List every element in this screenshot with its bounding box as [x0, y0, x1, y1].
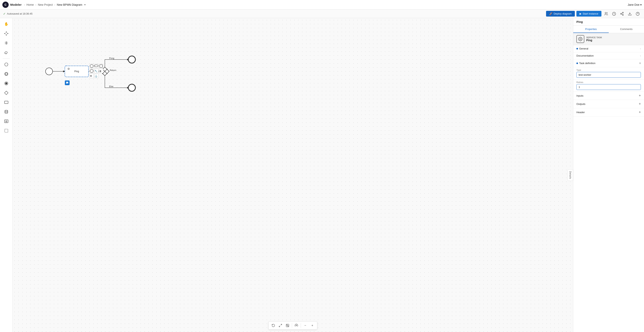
- documentation-label: Documentation: [576, 54, 640, 57]
- svg-rect-24: [4, 129, 8, 133]
- inputs-add-btn[interactable]: +: [639, 94, 641, 98]
- canvas-area[interactable]: ⚙ Ping Pong Return Else: [12, 18, 573, 332]
- data-store-tool[interactable]: [2, 107, 11, 116]
- left-toolbar: ✋: [0, 18, 12, 332]
- autosave-status: ✓ Autosaved at 18:36:45: [3, 12, 32, 16]
- collaborators-button[interactable]: [603, 11, 609, 17]
- svg-point-27: [46, 68, 52, 75]
- svg-line-5: [621, 14, 622, 15]
- header-label: Header: [576, 111, 639, 114]
- svg-text:Else: Else: [109, 85, 113, 88]
- section-outputs[interactable]: Outputs +: [573, 100, 644, 108]
- section-documentation[interactable]: Documentation ›: [573, 52, 644, 59]
- app-brand: Modeler: [10, 3, 22, 6]
- sep3: ›: [54, 3, 55, 6]
- topbar-right: Jane Doe ▾: [628, 3, 642, 6]
- zoom-out-button[interactable]: −: [302, 322, 308, 329]
- tab-comments[interactable]: Comments: [609, 26, 644, 33]
- details-tab[interactable]: Details: [568, 169, 573, 181]
- outputs-add-btn[interactable]: +: [639, 102, 641, 106]
- bpmn-diagram: ⚙ Ping Pong Return Else: [12, 18, 573, 332]
- end-event-tool[interactable]: [2, 79, 11, 88]
- section-inputs[interactable]: Inputs +: [573, 92, 644, 100]
- task-tool[interactable]: [2, 98, 11, 107]
- svg-text:Ping: Ping: [74, 70, 79, 73]
- panel-title: Ping: [573, 18, 644, 26]
- gateway-tool[interactable]: [2, 89, 11, 97]
- subprocess-tool[interactable]: [2, 117, 11, 126]
- task-type-label: SERVICE TASK: [586, 36, 602, 39]
- outputs-label: Outputs: [576, 103, 639, 106]
- svg-marker-19: [4, 91, 8, 95]
- reset-view-button[interactable]: [270, 322, 276, 329]
- align-tool-button[interactable]: [2, 39, 11, 47]
- start-event-tool[interactable]: [2, 60, 11, 69]
- svg-point-18: [5, 82, 7, 84]
- svg-point-3: [620, 13, 622, 14]
- breadcrumb-diagram: New BPMN Diagram: [57, 3, 82, 6]
- download-button[interactable]: [627, 11, 633, 17]
- svg-text:⚓: ⚓: [94, 75, 98, 78]
- fit-view-button[interactable]: [277, 322, 284, 329]
- section-header[interactable]: Header +: [573, 108, 644, 117]
- selection-tool[interactable]: [2, 126, 11, 135]
- svg-rect-23: [6, 121, 7, 122]
- deploy-diagram-button[interactable]: 🚀 Deploy diagram: [546, 11, 575, 17]
- comment-bubble[interactable]: [65, 81, 70, 85]
- svg-point-2: [622, 12, 624, 13]
- zoom-in-button[interactable]: +: [309, 322, 316, 329]
- type-field-group: Type: [573, 67, 644, 80]
- move-tool-button[interactable]: [2, 29, 11, 38]
- diagram-dropdown-icon[interactable]: ▾: [84, 3, 86, 6]
- actionbar: ✓ Autosaved at 18:36:45 🚀 Deploy diagram…: [0, 10, 644, 18]
- rocket-icon: 🚀: [549, 12, 552, 15]
- task-def-label: Task definition: [579, 62, 639, 65]
- start-instance-button[interactable]: ▶ Start instance: [576, 11, 602, 17]
- documentation-chevron: ›: [640, 54, 641, 57]
- svg-point-4: [622, 15, 624, 15]
- type-field-label: Type: [576, 69, 641, 71]
- sep1: ›: [24, 3, 25, 6]
- svg-rect-59: [288, 326, 288, 326]
- lasso-tool-button[interactable]: [2, 48, 11, 57]
- svg-text:⚒: ⚒: [90, 75, 92, 78]
- svg-point-61: [580, 39, 581, 40]
- svg-text:⚙: ⚙: [68, 67, 70, 70]
- toolbar-divider2: [301, 323, 301, 328]
- svg-point-37: [128, 56, 136, 63]
- general-label: General: [579, 47, 640, 50]
- share-button[interactable]: [619, 11, 625, 17]
- minimap-button[interactable]: [284, 322, 291, 329]
- topbar: C Modeler › Home › New Project › New BPM…: [0, 0, 644, 10]
- task-name-label: Ping: [586, 39, 602, 42]
- section-general[interactable]: General ›: [573, 45, 644, 52]
- svg-point-14: [4, 63, 8, 66]
- breadcrumb-project[interactable]: New Project: [38, 3, 52, 6]
- app-logo: C: [2, 2, 9, 8]
- svg-rect-58: [287, 325, 287, 325]
- inputs-label: Inputs: [576, 94, 639, 97]
- user-menu[interactable]: Jane Doe ▾: [628, 3, 642, 6]
- help-button[interactable]: [634, 11, 641, 17]
- history-button[interactable]: [611, 11, 617, 17]
- svg-rect-20: [4, 101, 8, 104]
- svg-point-60: [296, 325, 297, 326]
- header-add-btn[interactable]: +: [639, 110, 641, 114]
- retries-field-input[interactable]: [576, 84, 641, 90]
- main-content: ✋: [0, 18, 644, 332]
- task-def-expand[interactable]: ▾: [639, 61, 641, 65]
- panel-tabs: Properties Comments: [573, 26, 644, 33]
- retries-field-group: Retries: [573, 80, 644, 92]
- tab-properties[interactable]: Properties: [573, 26, 609, 33]
- task-icon: [576, 35, 584, 43]
- svg-point-0: [605, 12, 606, 14]
- svg-text:🗑: 🗑: [99, 70, 102, 73]
- intermediate-event-tool[interactable]: [2, 70, 11, 78]
- section-task-definition[interactable]: Task definition ▾: [573, 59, 644, 67]
- bottom-toolbar: − +: [268, 321, 317, 330]
- svg-text:Return: Return: [110, 69, 116, 71]
- hand-tool-button[interactable]: ✋: [2, 20, 11, 28]
- breadcrumb-home[interactable]: Home: [26, 3, 34, 6]
- grid-settings-button[interactable]: [293, 322, 300, 329]
- type-field-input[interactable]: [576, 72, 641, 78]
